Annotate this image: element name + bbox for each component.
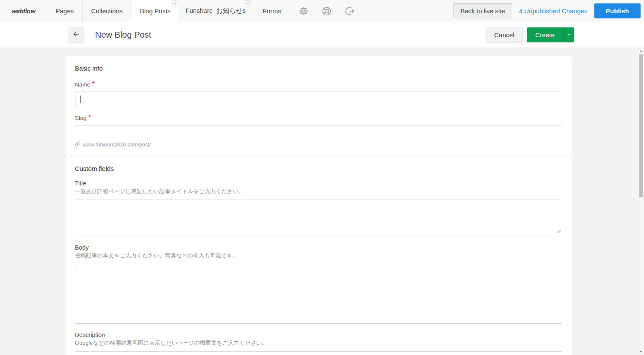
create-button-group: Create xyxy=(527,27,574,42)
tab-blog-posts[interactable]: Blog Posts × xyxy=(131,0,179,22)
back-button[interactable] xyxy=(69,27,84,43)
create-button[interactable]: Create xyxy=(527,27,563,42)
slug-input[interactable] xyxy=(75,125,562,139)
body-field: Body 投稿記事の本文をご入力ください。写真などの挿入も可能です。 xyxy=(75,244,562,324)
link-icon xyxy=(75,141,80,148)
tab-collections-label: Collections xyxy=(91,7,122,15)
header-actions: Cancel Create xyxy=(486,27,574,43)
help-button[interactable] xyxy=(315,0,338,22)
tab-forms-label: Forms xyxy=(263,7,281,15)
close-icon[interactable]: × xyxy=(245,0,251,6)
topbar-right-controls: Back to live site 4 Unpublished Changes … xyxy=(361,0,644,22)
name-field-label: Name xyxy=(75,81,90,88)
basic-info-heading: Basic info xyxy=(75,65,562,72)
tab-blog-posts-label: Blog Posts xyxy=(140,7,171,15)
unpublished-changes-link[interactable]: 4 Unpublished Changes xyxy=(519,7,587,15)
page-header: New Blog Post Cancel Create xyxy=(0,22,644,48)
title-field: Title 一覧及び詳細ページに表記したい記事タイトルをご入力ください。 xyxy=(75,180,562,236)
chevron-down-icon xyxy=(566,32,571,38)
page-title: New Blog Post xyxy=(95,30,151,40)
tab-pages-label: Pages xyxy=(56,7,74,15)
logout-icon xyxy=(344,6,355,17)
cancel-button[interactable]: Cancel xyxy=(486,27,523,43)
title-field-label: Title xyxy=(75,180,562,187)
text-caret xyxy=(80,95,80,103)
arrow-left-icon xyxy=(72,30,80,40)
body-field-description: 投稿記事の本文をご入力ください。写真などの挿入も可能です。 xyxy=(75,252,562,260)
description-field-label: Description xyxy=(75,331,562,338)
tab-funshare-news-label: Funshare_お知らせs xyxy=(185,7,245,15)
body-textarea[interactable] xyxy=(75,264,562,324)
gear-icon xyxy=(298,6,309,17)
close-icon[interactable]: × xyxy=(172,0,178,6)
scroll-up-icon[interactable]: ▲ xyxy=(638,48,644,54)
scroll-down-icon[interactable]: ▼ xyxy=(638,349,644,355)
logout-button[interactable] xyxy=(338,0,361,22)
title-textarea[interactable] xyxy=(75,200,562,236)
required-marker: * xyxy=(92,81,95,88)
slug-url-text: www.funwork2020.com/post/ xyxy=(83,142,151,148)
lifebuoy-icon xyxy=(321,6,332,17)
create-options-button[interactable] xyxy=(563,27,574,42)
content-area: Basic info Name* Slug* www.funwork2020.c… xyxy=(0,48,638,355)
body-field-label: Body xyxy=(75,244,562,251)
title-field-description: 一覧及び詳細ページに表記したい記事タイトルをご入力ください。 xyxy=(75,188,562,195)
top-navbar: webflow Pages Collections Blog Posts × F… xyxy=(0,0,644,22)
settings-button[interactable] xyxy=(292,0,315,22)
description-field-description: Googleなどの検索結果画面に表示したいページの概要文をご入力ください。 xyxy=(75,339,562,347)
webflow-logo[interactable]: webflow xyxy=(0,0,47,22)
back-to-live-site-button[interactable]: Back to live site xyxy=(453,3,512,18)
tab-pages[interactable]: Pages xyxy=(47,0,83,22)
description-field: Description Googleなどの検索結果画面に表示したいページの概要文… xyxy=(75,331,562,355)
description-input[interactable] xyxy=(75,351,562,355)
slug-url-note: www.funwork2020.com/post/ xyxy=(75,141,562,148)
custom-fields-heading: Custom fields xyxy=(75,165,562,172)
publish-button[interactable]: Publish xyxy=(594,3,641,18)
name-input[interactable] xyxy=(75,92,562,106)
tab-funshare-news[interactable]: Funshare_お知らせs × xyxy=(179,0,252,22)
new-blog-post-form-card: Basic info Name* Slug* www.funwork2020.c… xyxy=(65,56,572,355)
slug-field-label: Slug xyxy=(75,115,86,121)
required-marker: * xyxy=(88,114,91,121)
vertical-scrollbar[interactable]: ▲ ▼ xyxy=(638,48,644,355)
tab-collections[interactable]: Collections xyxy=(83,0,131,22)
scrollbar-thumb[interactable] xyxy=(639,54,643,197)
tab-forms[interactable]: Forms xyxy=(252,0,292,22)
